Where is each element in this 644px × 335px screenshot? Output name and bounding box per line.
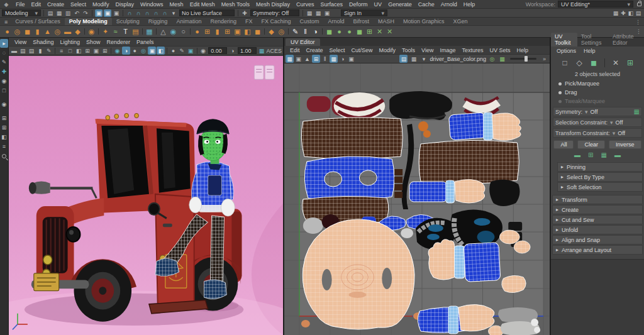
vp-menu-lighting[interactable]: Lighting bbox=[57, 39, 83, 45]
snap-grid-icon[interactable]: ∩ bbox=[126, 9, 133, 17]
uv-menu-select[interactable]: Select bbox=[326, 47, 348, 53]
symmetry-option[interactable]: Symmetry: ▾ Off ▦ bbox=[553, 107, 642, 116]
island-mode-icon[interactable]: ⊞ bbox=[625, 58, 635, 68]
camera-icon[interactable]: △ bbox=[158, 27, 168, 36]
menu-deform[interactable]: Deform bbox=[346, 1, 371, 8]
sphere-primitive-icon[interactable]: ● bbox=[3, 27, 12, 36]
modeling-toolkit-icon[interactable]: ▦ bbox=[612, 9, 619, 17]
maya-logo-icon[interactable]: ◆ bbox=[2, 1, 11, 8]
cone-primitive-icon[interactable]: ▲ bbox=[43, 27, 52, 36]
uv-menu-modify[interactable]: Modify bbox=[376, 47, 399, 53]
uv-pixel-snap-icon[interactable]: ▣ bbox=[294, 55, 303, 63]
uv-exposure-slider[interactable] bbox=[510, 58, 536, 60]
isolate-select-icon[interactable]: ▣ bbox=[148, 47, 156, 55]
vp-menu-show[interactable]: Show bbox=[83, 39, 104, 45]
render-icon[interactable]: ▦ bbox=[306, 9, 313, 17]
radio-drag[interactable]: Drag bbox=[551, 88, 644, 97]
new-scene-icon[interactable]: ▤ bbox=[47, 9, 54, 17]
uv-menu-textures[interactable]: Textures bbox=[458, 47, 486, 53]
section-align-and-snap[interactable]: ▸ Align and Snap bbox=[552, 235, 643, 244]
section-transform[interactable]: ▸ Transform bbox=[552, 195, 643, 204]
symmetry-field[interactable]: Symmetry: Off bbox=[250, 9, 299, 16]
merge-verts-icon[interactable]: ● bbox=[335, 27, 344, 36]
quad-draw-icon[interactable]: ✕ bbox=[385, 27, 394, 36]
svg-tool-icon[interactable]: ▤ bbox=[131, 27, 140, 36]
cylinder-primitive-icon[interactable]: ▮ bbox=[33, 27, 42, 36]
uv-bake-icon[interactable]: ▦ bbox=[498, 55, 506, 63]
shelf-tab-rigging[interactable]: Rigging bbox=[144, 18, 172, 25]
shelf-tab-rendering[interactable]: Rendering bbox=[206, 18, 241, 25]
sign-in-selector[interactable]: Sign In ▾ bbox=[341, 9, 387, 16]
vp-menu-view[interactable]: View bbox=[11, 39, 30, 45]
menu-edit-mesh[interactable]: Edit Mesh bbox=[187, 1, 218, 8]
reorder-icon[interactable]: ✕ bbox=[375, 27, 384, 36]
uv-distortion-icon[interactable]: ‖ bbox=[321, 55, 329, 63]
open-scene-icon[interactable]: ▦ bbox=[55, 9, 63, 17]
uv-checker-map-icon[interactable]: ▦ bbox=[409, 55, 418, 63]
uv-menu-create[interactable]: Create bbox=[303, 47, 326, 53]
snap-to-view-icon[interactable]: ▬ bbox=[10, 47, 18, 55]
transform-constraint-option[interactable]: Transform Constraint: ▾ Off bbox=[553, 128, 642, 138]
vertex-mode-icon[interactable]: ◇ bbox=[574, 58, 584, 68]
cube-primitive-icon[interactable]: ◼ bbox=[23, 27, 32, 36]
xray-icon[interactable]: ◧ bbox=[157, 47, 165, 55]
insert-edge-loop-icon[interactable]: ‖ bbox=[301, 27, 310, 36]
colorspace-icon[interactable]: ▦ bbox=[258, 47, 266, 55]
torus-primitive-icon[interactable]: ◎ bbox=[53, 27, 62, 36]
section-cut-and-sew[interactable]: ▸ Cut and Sew bbox=[552, 215, 643, 224]
menu-generate[interactable]: Generate bbox=[385, 1, 415, 8]
shelf-tab-mash[interactable]: MASH bbox=[374, 18, 399, 25]
section-unfold[interactable]: ▸ Unfold bbox=[552, 225, 643, 234]
plane-primitive-icon[interactable]: ▬ bbox=[63, 27, 72, 36]
bridge-icon[interactable]: ◆ bbox=[267, 27, 276, 36]
shelf-menu-icon[interactable]: ≡ bbox=[1, 19, 11, 25]
layout-four-pane-icon[interactable]: ⊞ bbox=[0, 123, 8, 132]
mirror-icon[interactable]: ◧ bbox=[243, 27, 252, 36]
tk-menu-help[interactable]: Help bbox=[580, 48, 599, 54]
radio-pick-marquee[interactable]: Pick/Marquee bbox=[551, 79, 644, 88]
to-shell-icon[interactable]: ▬ bbox=[614, 151, 621, 158]
multisample-icon[interactable]: ● bbox=[131, 47, 139, 55]
poly-sphere-icon[interactable]: ◎ bbox=[13, 27, 22, 36]
disc-primitive-icon[interactable]: ◆ bbox=[73, 27, 82, 36]
to-uv-icon[interactable]: ▬ bbox=[574, 151, 580, 158]
image-plane-icon[interactable]: ▮ bbox=[36, 47, 44, 55]
menu-create[interactable]: Create bbox=[44, 1, 67, 8]
subdiv-icon[interactable]: ▣ bbox=[233, 27, 242, 36]
section-pinning[interactable]: ▸ Pinning bbox=[557, 162, 643, 172]
uv-grid-toggle-icon[interactable]: ▦ bbox=[286, 55, 294, 63]
select-object-icon[interactable]: ▣ bbox=[104, 9, 111, 17]
section-create[interactable]: ▸ Create bbox=[552, 205, 643, 214]
character-controls-icon[interactable]: ✚ bbox=[619, 9, 627, 17]
combine-icon[interactable]: ⊞ bbox=[203, 27, 212, 36]
uv-filter-icon[interactable]: ▣ bbox=[347, 55, 355, 63]
snap-projected-icon[interactable]: ∩ bbox=[152, 9, 160, 17]
menu-cache[interactable]: Cache bbox=[415, 1, 438, 8]
gamma-reset-icon[interactable]: ◑ bbox=[228, 47, 236, 55]
motion-blur-icon[interactable]: ◑ bbox=[122, 47, 130, 55]
vp-menu-panels[interactable]: Panels bbox=[133, 39, 157, 45]
clear-selection-button[interactable]: Clear bbox=[577, 140, 605, 149]
select-tool-icon[interactable]: ▸ bbox=[0, 39, 8, 48]
symmetry-plus-icon[interactable]: ✚ bbox=[241, 9, 248, 17]
shelf-tab-motion-graphics[interactable]: Motion Graphics bbox=[399, 18, 449, 25]
magnifier-icon[interactable] bbox=[0, 151, 8, 160]
uv-texture-caret-icon[interactable]: ▾ bbox=[419, 55, 428, 63]
fill-hole-icon[interactable]: ◎ bbox=[277, 27, 286, 36]
use-all-lights-icon[interactable]: ▣ bbox=[92, 47, 100, 55]
type-tool-icon[interactable]: T bbox=[121, 27, 130, 36]
super-shape-icon[interactable]: ✦ bbox=[101, 27, 110, 36]
shell-mode-icon[interactable]: ✕ bbox=[611, 58, 621, 68]
uv-canvas[interactable] bbox=[284, 63, 550, 335]
uv-menu-image[interactable]: Image bbox=[436, 47, 458, 53]
uv-dim-image-icon[interactable]: ◑ bbox=[338, 55, 347, 63]
uv-menu-help[interactable]: Help bbox=[514, 47, 532, 53]
camera-attrs-icon[interactable]: ▤ bbox=[19, 47, 27, 55]
exposure-reset-icon[interactable]: ◉ bbox=[199, 47, 208, 55]
depth-peeling-icon[interactable]: ◎ bbox=[140, 47, 148, 55]
menu-set-selector[interactable]: Modeling ▾ bbox=[2, 9, 41, 16]
rotate-tool-icon[interactable]: ◉ bbox=[0, 77, 8, 85]
uv-menu-edit[interactable]: Edit bbox=[287, 47, 303, 53]
workspace-selector[interactable]: UV Editing* ▾ bbox=[558, 1, 633, 8]
wireframe-icon[interactable]: □ bbox=[66, 47, 74, 55]
